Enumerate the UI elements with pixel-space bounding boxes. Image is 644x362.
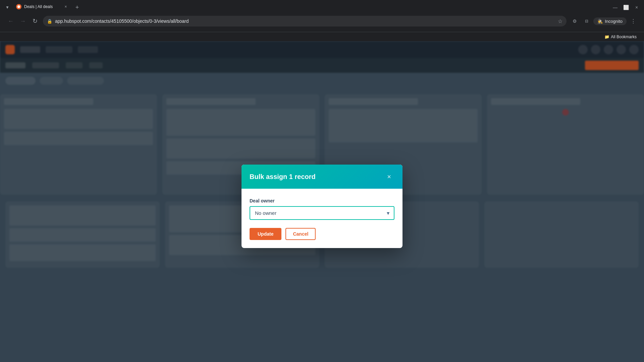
window-close-btn[interactable]: × (632, 3, 641, 12)
incognito-label: Incognito (605, 19, 623, 24)
modal-close-btn[interactable]: × (384, 171, 394, 182)
browser-chrome: ▼ Deals | All deals × + — ⬜ × ← → ↻ 🔒 ap… (0, 0, 644, 32)
deal-owner-select-wrapper: No owner Assign to me Select owner... ▼ (250, 206, 394, 220)
cancel-btn[interactable]: Cancel (285, 228, 316, 240)
forward-btn[interactable]: → (17, 16, 28, 26)
nav-buttons: ← → ↻ (5, 16, 40, 26)
url-bar[interactable]: 🔒 app.hubspot.com/contacts/45105500/obje… (43, 16, 567, 26)
bookmarks-bar: 📁 All Bookmarks (0, 32, 644, 41)
minimize-btn[interactable]: — (610, 3, 620, 12)
address-bar: ← → ↻ 🔒 app.hubspot.com/contacts/4510550… (0, 12, 644, 30)
star-icon[interactable]: ☆ (558, 18, 562, 24)
incognito-icon: 🕵 (597, 19, 603, 24)
back-btn[interactable]: ← (5, 16, 16, 26)
refresh-btn[interactable]: ↻ (30, 16, 40, 26)
page-content: Bulk assign 1 record × Deal owner No own… (0, 41, 644, 362)
active-tab[interactable]: Deals | All deals × (12, 1, 72, 12)
modal-title: Bulk assign 1 record (250, 173, 316, 181)
new-tab-btn[interactable]: + (72, 3, 82, 12)
bookmarks-label[interactable]: 📁 All Bookmarks (602, 34, 639, 40)
modal-body: Deal owner No owner Assign to me Select … (241, 189, 402, 228)
tab-title: Deals | All deals (24, 4, 60, 9)
maximize-btn[interactable]: ⬜ (621, 3, 631, 12)
bulk-assign-modal: Bulk assign 1 record × Deal owner No own… (241, 165, 402, 248)
deal-owner-select[interactable]: No owner Assign to me Select owner... (250, 206, 394, 220)
incognito-badge: 🕵 Incognito (593, 17, 627, 25)
url-text: app.hubspot.com/contacts/45105500/object… (55, 18, 555, 24)
modal-overlay: Bulk assign 1 record × Deal owner No own… (0, 41, 644, 362)
tab-bar: ▼ Deals | All deals × + — ⬜ × (0, 0, 644, 12)
modal-header: Bulk assign 1 record × (241, 165, 402, 189)
bookmark-folder-icon: 📁 (604, 35, 609, 39)
browser-actions: ⚙ ⊟ 🕵 Incognito ⋮ (569, 16, 639, 26)
split-screen-btn[interactable]: ⊟ (581, 16, 592, 26)
tab-switcher-btn[interactable]: ▼ (3, 3, 12, 12)
tab-favicon (16, 4, 21, 9)
extensions-btn[interactable]: ⚙ (569, 16, 580, 26)
menu-btn[interactable]: ⋮ (628, 16, 639, 26)
tab-close-btn[interactable]: × (63, 4, 68, 9)
lock-icon: 🔒 (47, 19, 52, 24)
update-btn[interactable]: Update (250, 228, 281, 240)
modal-footer: Update Cancel (241, 228, 402, 248)
deal-owner-label: Deal owner (250, 198, 394, 203)
